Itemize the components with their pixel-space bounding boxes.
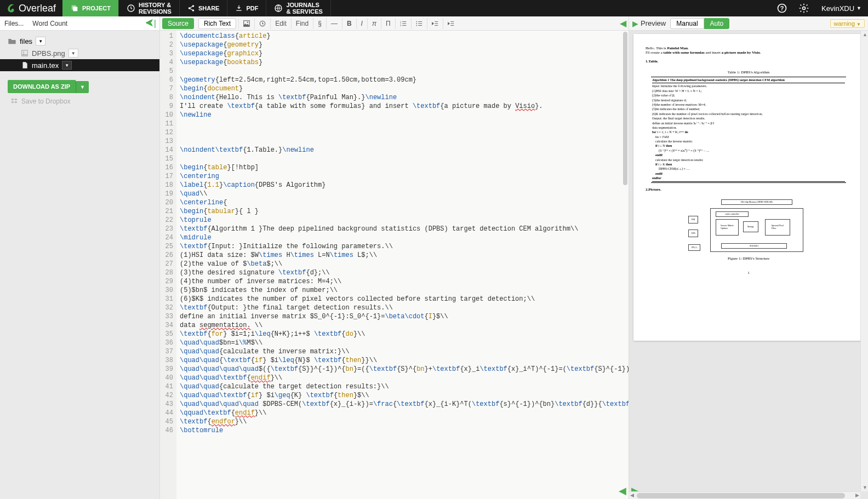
pdf-button[interactable]: PDF <box>227 0 266 16</box>
pdf-line: I'll create a table with some formulas a… <box>646 50 852 55</box>
emdash-button[interactable]: — <box>326 18 342 29</box>
preview-toolbar: ▶ Preview Manual Auto warning▼ <box>629 16 868 30</box>
word-count-button[interactable]: Word Count <box>28 18 72 30</box>
file-item-image[interactable]: DPBS.png ▼ <box>0 47 159 59</box>
svg-point-18 <box>23 51 24 53</box>
scroll-down-icon[interactable]: ▼ <box>863 485 867 490</box>
edit-menu[interactable]: Edit <box>270 18 291 29</box>
leaf-icon <box>7 3 16 13</box>
file-icon <box>21 61 28 69</box>
svg-text:3: 3 <box>400 24 401 26</box>
outdent-button[interactable] <box>427 18 443 29</box>
pdf-figure-caption: Figure 1: DPBS's Structure <box>646 256 852 261</box>
svg-point-15 <box>416 23 417 24</box>
toolbar: Files... Word Count ⮜| Source Rich Text … <box>0 16 868 31</box>
pdf-table-caption: Table 1: DPBS's Algorithm <box>646 70 852 74</box>
source-tab[interactable]: Source <box>162 18 194 29</box>
preview-hscrollbar[interactable]: ◀ ▶ <box>629 491 860 499</box>
user-menu[interactable]: KevinXDU▼ <box>815 0 868 16</box>
auto-mode-button[interactable]: Auto <box>704 18 730 29</box>
editor-toolbar: Source Rich Text Edit Find § — B I π Π 1… <box>160 16 629 30</box>
display-math-button[interactable]: Π <box>381 18 395 29</box>
section-button[interactable]: § <box>313 18 326 29</box>
download-row: DOWNLOAD AS ZIP▼ <box>8 80 159 93</box>
numbered-list-button[interactable]: 123 <box>395 18 411 29</box>
insert-figure-button[interactable] <box>238 18 254 29</box>
svg-text:?: ? <box>780 5 784 12</box>
image-file-icon <box>21 49 28 57</box>
svg-point-14 <box>416 21 417 22</box>
settings-button[interactable] <box>793 0 815 16</box>
main-area: files ▼ DPBS.png ▼ main.tex ▼ DOWNLOAD A… <box>0 31 868 499</box>
file-tree: files ▼ DPBS.png ▼ main.tex ▼ DOWNLOAD A… <box>0 31 160 499</box>
svg-point-7 <box>803 7 806 10</box>
scroll-right-icon[interactable]: ▶ <box>855 492 859 498</box>
save-dropbox-button[interactable]: Save to Dropbox <box>11 97 159 105</box>
scrollbar-thumb[interactable] <box>623 32 627 185</box>
pdf-page-number: 1 <box>646 271 852 275</box>
share-button[interactable]: SHARE <box>180 0 228 16</box>
file-item-tex[interactable]: main.tex ▼ <box>0 59 159 71</box>
manual-mode-button[interactable]: Manual <box>670 18 704 29</box>
files-menu[interactable]: Files... <box>0 18 28 30</box>
dropbox-icon <box>11 97 19 105</box>
copy-icon <box>70 4 79 13</box>
pdf-section: 1.Table. <box>646 59 852 64</box>
rich-text-tab[interactable]: Rich Text <box>198 18 236 29</box>
preview-label: Preview <box>641 19 666 27</box>
folder-menu-caret[interactable]: ▼ <box>36 37 45 45</box>
pdf-line: Hello. This is Painful Man. <box>646 46 852 50</box>
line-gutter: 1234567891011121314151617181920212223242… <box>160 31 176 499</box>
italic-button[interactable]: I <box>356 18 367 29</box>
history-editor-button[interactable] <box>254 18 270 29</box>
help-button[interactable]: ? <box>771 0 793 16</box>
caret-down-icon: ▼ <box>856 22 861 27</box>
sync-to-pdf-icon[interactable]: ◀ <box>619 485 626 497</box>
scroll-left-icon[interactable]: ◀ <box>630 492 634 498</box>
file-menu-caret[interactable]: ▼ <box>62 61 72 70</box>
find-button[interactable]: Find <box>291 18 313 29</box>
code-area[interactable]: \documentclass{article}\usepackage{geome… <box>176 31 629 499</box>
svg-point-16 <box>416 25 417 26</box>
bold-button[interactable]: B <box>342 18 356 29</box>
gear-icon <box>798 3 809 14</box>
pdf-page[interactable]: Hello. This is Painful Man. I'll create … <box>633 34 864 341</box>
inline-math-button[interactable]: π <box>367 18 381 29</box>
overleaf-logo[interactable]: Overleaf <box>0 0 62 16</box>
pdf-figure: Off-chip Memory (DDR3 SDRAM) HSI CRS FPG… <box>688 199 809 254</box>
code-editor[interactable]: 1234567891011121314151617181920212223242… <box>160 31 629 499</box>
file-menu-caret[interactable]: ▼ <box>68 49 78 58</box>
preview-vscrollbar[interactable]: ▲ ▼ <box>860 31 868 491</box>
download-icon <box>235 4 243 12</box>
collapse-sidebar-icon[interactable]: ⮜| <box>145 19 156 28</box>
download-zip-button[interactable]: DOWNLOAD AS ZIP <box>8 80 76 93</box>
recompile-button[interactable]: ▶ <box>632 19 638 28</box>
bullet-list-button[interactable] <box>411 18 427 29</box>
indent-button[interactable] <box>443 18 459 29</box>
top-bar: Overleaf PROJECT HISTORY &REVISIONS SHAR… <box>0 0 868 16</box>
globe-icon <box>274 4 283 13</box>
scroll-up-icon[interactable]: ▲ <box>863 32 867 37</box>
pdf-algorithm-table: Algorithm 1 The deep pipelined backgroun… <box>651 77 846 183</box>
project-button[interactable]: PROJECT <box>62 0 119 16</box>
history-button[interactable]: HISTORY &REVISIONS <box>119 0 180 16</box>
scrollbar-thumb[interactable] <box>637 493 845 498</box>
help-icon: ? <box>776 3 787 14</box>
pdf-section: 2.Picture. <box>646 187 852 192</box>
collapse-editor-icon[interactable]: ◀ <box>620 18 626 28</box>
sidebar-toolbar: Files... Word Count ⮜| <box>0 16 160 30</box>
share-icon <box>187 4 195 12</box>
warning-badge[interactable]: warning▼ <box>830 19 865 28</box>
history-icon <box>127 4 135 13</box>
brand-text: Overleaf <box>19 3 56 14</box>
folder-icon <box>8 37 16 45</box>
folder-root[interactable]: files ▼ <box>0 35 159 47</box>
pdf-preview: Hello. This is Painful Man. I'll create … <box>629 31 868 499</box>
svg-point-9 <box>247 21 248 22</box>
journals-button[interactable]: JOURNALS& SERVICES <box>266 0 330 16</box>
caret-down-icon: ▼ <box>856 5 861 11</box>
download-caret[interactable]: ▼ <box>76 81 89 93</box>
